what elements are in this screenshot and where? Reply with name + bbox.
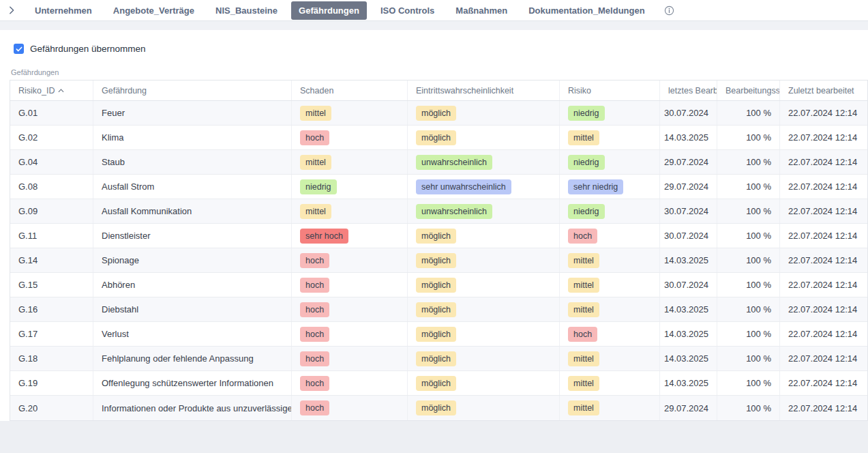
- table-row[interactable]: G.20Informationen oder Produkte aus unzu…: [10, 396, 867, 420]
- table-row[interactable]: G.14Spionagehochmöglichmittel14.03.20251…: [10, 248, 867, 273]
- bearbeitungsstand-cell: 100 %: [717, 371, 780, 395]
- schaden-cell: mittel: [292, 199, 408, 223]
- tab-gef-hrdungen[interactable]: Gefährdungen: [291, 1, 367, 20]
- column-header-schaden[interactable]: Schaden: [292, 81, 408, 100]
- letztes-bearbeitungsdatum-cell: 14.03.2025: [660, 347, 717, 370]
- tab-angebote-vertr-ge[interactable]: Angebote_Verträge: [106, 1, 202, 20]
- column-header-bearbeitungss[interactable]: Bearbeitungss: [717, 81, 780, 100]
- eintrittswahrscheinlichkeit-badge: möglich: [416, 351, 456, 366]
- gefaehrdung-cell: Feuer: [93, 101, 292, 125]
- bearbeitungsstand-cell: 100 %: [717, 396, 780, 420]
- chevron-right-icon[interactable]: [7, 5, 16, 15]
- schaden-cell: hoch: [292, 396, 408, 420]
- table-header-row: Risiko_IDGefährdungSchadenEintrittswahrs…: [10, 81, 867, 101]
- risiko-id-cell: G.15: [10, 273, 93, 297]
- tab-iso-controls[interactable]: ISO Controls: [373, 1, 442, 20]
- risiko-id-cell: G.09: [10, 199, 93, 223]
- info-icon[interactable]: [664, 5, 674, 16]
- gefaehrdung-cell: Verlust: [93, 322, 292, 346]
- schaden-cell: hoch: [292, 322, 408, 346]
- eintrittswahrscheinlichkeit-cell: möglich: [408, 371, 560, 395]
- column-header-label: Risiko: [568, 86, 591, 96]
- table-row[interactable]: G.18Fehlplanung oder fehlende Anpassungh…: [10, 347, 867, 371]
- table-row[interactable]: G.01Feuermittelmöglichniedrig30.07.20241…: [10, 101, 867, 126]
- risiko-cell: niedrig: [560, 199, 660, 223]
- bearbeitungsstand-cell: 100 %: [717, 199, 780, 223]
- risiko-cell: mittel: [560, 273, 660, 297]
- eintrittswahrscheinlichkeit-badge: möglich: [416, 253, 456, 268]
- risiko-cell: mittel: [560, 248, 660, 272]
- schaden-cell: hoch: [292, 371, 408, 395]
- table-row[interactable]: G.16Diebstahlhochmöglichmittel14.03.2025…: [10, 297, 867, 322]
- table-row[interactable]: G.19Offenlegung schützenswerter Informat…: [10, 371, 867, 396]
- schaden-badge: sehr hoch: [300, 229, 348, 244]
- letztes-bearbeitungsdatum-cell: 14.03.2025: [660, 371, 717, 395]
- schaden-badge: niedrig: [300, 179, 337, 194]
- table-row[interactable]: G.11Dienstleistersehr hochmöglichhoch30.…: [10, 224, 867, 248]
- column-header-eintrittswahrscheinlichkeit[interactable]: Eintrittswahrscheinlichkeit: [408, 81, 560, 100]
- letztes-bearbeitungsdatum-cell: 14.03.2025: [660, 322, 717, 346]
- column-header-label: Schaden: [300, 86, 333, 96]
- tab-dokumentation-meldungen[interactable]: Dokumentation_Meldungen: [521, 1, 652, 20]
- column-header-gef-hrdung[interactable]: Gefährdung: [93, 81, 292, 100]
- tab-nis-bausteine[interactable]: NIS_Bausteine: [208, 1, 285, 20]
- tab-bar: UnternehmenAngebote_VerträgeNIS_Baustein…: [0, 0, 868, 21]
- table-row[interactable]: G.09Ausfall Kommunikationmittelunwahrsch…: [10, 199, 867, 224]
- table-row[interactable]: G.02Klimahochmöglichmittel14.03.2025100 …: [10, 126, 867, 150]
- eintrittswahrscheinlichkeit-badge: sehr unwahrscheinlich: [416, 179, 511, 194]
- risiko-cell: sehr niedrig: [560, 175, 660, 199]
- eintrittswahrscheinlichkeit-badge: unwahrscheinlich: [416, 155, 492, 170]
- column-header-label: Bearbeitungss: [725, 86, 780, 96]
- uebernommen-checkbox-row: Gefährdungen übernommen: [14, 44, 868, 54]
- page: UnternehmenAngebote_VerträgeNIS_Baustein…: [0, 0, 868, 453]
- bearbeitungsstand-cell: 100 %: [717, 175, 780, 199]
- gefaehrdung-cell: Fehlplanung oder fehlende Anpassung: [93, 347, 292, 370]
- schaden-badge: mittel: [300, 155, 331, 170]
- risiko-cell: mittel: [560, 371, 660, 395]
- risiko-badge: mittel: [568, 376, 599, 391]
- table-row[interactable]: G.15Abhörenhochmöglichmittel30.07.202410…: [10, 273, 867, 297]
- schaden-badge: hoch: [300, 351, 329, 366]
- column-header-label: Risiko_ID: [18, 86, 55, 96]
- schaden-badge: hoch: [300, 400, 329, 415]
- schaden-cell: hoch: [292, 347, 408, 370]
- risiko-id-cell: G.17: [10, 322, 93, 346]
- uebernommen-checkbox[interactable]: [14, 44, 24, 54]
- schaden-cell: hoch: [292, 126, 408, 149]
- column-header-label: letztes Bearb: [668, 86, 717, 96]
- bearbeitungsstand-cell: 100 %: [717, 322, 780, 346]
- risiko-cell: hoch: [560, 224, 660, 248]
- column-header-risiko[interactable]: Risiko: [560, 81, 660, 100]
- column-header-zuletzt-bearbeitet[interactable]: Zuletzt bearbeitet: [780, 81, 867, 100]
- letztes-bearbeitungsdatum-cell: 14.03.2025: [660, 297, 717, 321]
- schaden-badge: mittel: [300, 204, 331, 219]
- schaden-cell: hoch: [292, 273, 408, 297]
- risiko-badge: mittel: [568, 278, 599, 293]
- schaden-cell: hoch: [292, 248, 408, 272]
- eintrittswahrscheinlichkeit-cell: möglich: [408, 101, 560, 125]
- eintrittswahrscheinlichkeit-cell: möglich: [408, 396, 560, 420]
- schaden-cell: hoch: [292, 297, 408, 321]
- risiko-id-cell: G.19: [10, 371, 93, 395]
- column-header-risiko-id[interactable]: Risiko_ID: [10, 81, 93, 100]
- eintrittswahrscheinlichkeit-cell: möglich: [408, 126, 560, 149]
- schaden-cell: mittel: [292, 150, 408, 174]
- risiko-id-cell: G.02: [10, 126, 93, 149]
- sort-ascending-icon: [58, 89, 64, 93]
- risiko-badge: mittel: [568, 400, 599, 415]
- table-row[interactable]: G.17Verlusthochmöglichhoch14.03.2025100 …: [10, 322, 867, 347]
- column-header-letztes-bearb[interactable]: letztes Bearb: [660, 81, 717, 100]
- eintrittswahrscheinlichkeit-cell: möglich: [408, 322, 560, 346]
- table-row[interactable]: G.04Staubmittelunwahrscheinlichniedrig29…: [10, 150, 867, 175]
- risiko-badge: mittel: [568, 351, 599, 366]
- column-header-label: Gefährdung: [102, 86, 147, 96]
- tab-ma-nahmen[interactable]: Maßnahmen: [448, 1, 515, 20]
- zuletzt-bearbeitet-cell: 22.07.2024 12:14: [780, 224, 867, 248]
- risiko-id-cell: G.04: [10, 150, 93, 174]
- schaden-badge: hoch: [300, 302, 329, 317]
- check-icon: [16, 46, 23, 52]
- table-row[interactable]: G.08Ausfall Stromniedrigsehr unwahrschei…: [10, 175, 867, 199]
- tab-unternehmen[interactable]: Unternehmen: [27, 1, 100, 20]
- gefaehrdung-cell: Informationen oder Produkte aus unzuverl…: [93, 396, 292, 420]
- bearbeitungsstand-cell: 100 %: [717, 126, 780, 149]
